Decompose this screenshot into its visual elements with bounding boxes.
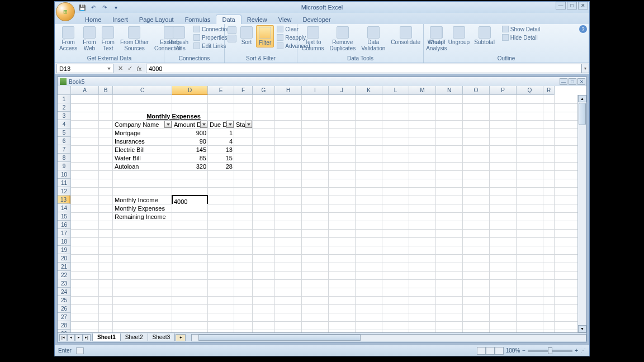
cell-company-9[interactable]: Autoloan xyxy=(113,162,172,170)
vscroll-thumb[interactable] xyxy=(579,103,586,125)
row-header-5[interactable]: 5 xyxy=(58,128,70,137)
summary-0[interactable]: Monthly Income xyxy=(113,196,172,204)
row-header-9[interactable]: 9 xyxy=(58,162,70,170)
col-header-M[interactable]: M xyxy=(409,86,436,95)
row-header-2[interactable]: 2 xyxy=(58,103,70,112)
row-header-4[interactable]: 4 xyxy=(58,120,70,128)
filter-button[interactable]: Filter xyxy=(256,25,274,47)
maximize-button[interactable]: □ xyxy=(567,2,577,9)
summary-1[interactable]: Monthly Expenses xyxy=(113,204,172,212)
wb-minimize-button[interactable]: — xyxy=(560,78,567,85)
show-detail-button[interactable]: Show Detail xyxy=(500,25,542,33)
col-header-I[interactable]: I xyxy=(302,86,329,95)
cell-amount-7[interactable]: 145 xyxy=(172,145,208,154)
undo-icon[interactable]: ↶ xyxy=(89,3,97,11)
sort-button[interactable]: Sort xyxy=(238,25,255,46)
tab-page-layout[interactable]: Page Layout xyxy=(134,15,179,24)
row-header-25[interactable]: 25 xyxy=(58,296,70,304)
hscroll-thumb[interactable] xyxy=(198,335,361,341)
tab-insert[interactable]: Insert xyxy=(107,15,134,24)
chevron-down-icon[interactable] xyxy=(107,68,111,70)
col-header-L[interactable]: L xyxy=(382,86,409,95)
row-header-20[interactable]: 20 xyxy=(58,254,70,263)
active-cell[interactable] xyxy=(172,195,208,204)
cell-company-5[interactable]: Mortgage xyxy=(113,128,172,137)
filter-dropdown-E[interactable] xyxy=(226,121,234,128)
row-header-1[interactable]: 1 xyxy=(58,95,70,103)
row-header-13[interactable]: 13 xyxy=(58,196,70,204)
cell-due-6[interactable]: 4 xyxy=(208,137,234,145)
zoom-out-button[interactable]: − xyxy=(522,347,525,354)
col-header-E[interactable]: E xyxy=(208,86,234,95)
office-button[interactable]: ⊞ xyxy=(56,2,75,21)
col-header-P[interactable]: P xyxy=(490,86,517,95)
tab-home[interactable]: Home xyxy=(79,15,107,24)
cell-due-7[interactable]: 13 xyxy=(208,145,234,154)
redo-icon[interactable]: ↷ xyxy=(101,3,108,11)
summary-2[interactable]: Remaining Income xyxy=(113,212,172,221)
wb-close-button[interactable]: ✕ xyxy=(577,78,585,85)
sheet-nav-first[interactable]: |◂ xyxy=(59,334,67,341)
page-break-view-button[interactable] xyxy=(495,347,504,355)
col-header-A[interactable]: A xyxy=(71,86,99,95)
enter-icon[interactable]: ✓ xyxy=(125,64,134,73)
page-layout-view-button[interactable] xyxy=(486,347,495,355)
row-header-17[interactable]: 17 xyxy=(58,229,70,237)
tab-formulas[interactable]: Formulas xyxy=(179,15,216,24)
save-icon[interactable]: 💾 xyxy=(78,3,86,11)
tab-view[interactable]: View xyxy=(273,15,297,24)
remove-button[interactable]: Remove Duplicates xyxy=(327,25,358,53)
row-header-26[interactable]: 26 xyxy=(58,304,70,313)
col-header-J[interactable]: J xyxy=(329,86,356,95)
col-header-C[interactable]: C xyxy=(113,86,172,95)
help-icon[interactable]: ? xyxy=(579,25,587,33)
subtotal-button[interactable]: Subtotal xyxy=(472,25,497,46)
from-button[interactable]: From Web xyxy=(80,25,98,53)
sheet-tab-sheet3[interactable]: Sheet3 xyxy=(148,334,176,341)
sortaz-button[interactable] xyxy=(227,25,237,44)
group-button[interactable]: Group xyxy=(426,25,446,46)
col-header-O[interactable]: O xyxy=(463,86,490,95)
sheet-tab-sheet1[interactable]: Sheet1 xyxy=(92,334,121,341)
col-header-H[interactable]: H xyxy=(275,86,302,95)
close-button[interactable]: ✕ xyxy=(578,2,588,9)
row-header-27[interactable]: 27 xyxy=(58,313,70,321)
filter-dropdown-F[interactable] xyxy=(245,121,252,128)
normal-view-button[interactable] xyxy=(477,347,486,355)
row-header-10[interactable]: 10 xyxy=(58,170,70,179)
cell-due-5[interactable]: 1 xyxy=(208,128,234,137)
row-header-7[interactable]: 7 xyxy=(58,145,70,154)
tab-developer[interactable]: Developer xyxy=(297,15,336,24)
row-header-15[interactable]: 15 xyxy=(58,212,70,221)
wb-maximize-button[interactable]: □ xyxy=(569,78,576,85)
sheet-tab-sheet2[interactable]: Sheet2 xyxy=(120,334,148,341)
minimize-button[interactable]: — xyxy=(556,2,566,9)
row-header-29[interactable]: 29 xyxy=(58,330,70,332)
title-cell[interactable]: Monthly Expenses xyxy=(113,112,234,120)
cell-amount-8[interactable]: 85 xyxy=(172,154,208,162)
fx-icon[interactable]: fx xyxy=(135,64,144,73)
new-sheet-button[interactable]: ✦ xyxy=(176,334,186,341)
ungroup-button[interactable]: Ungroup xyxy=(446,25,472,46)
scroll-down-button[interactable]: ▼ xyxy=(578,325,586,332)
row-header-23[interactable]: 23 xyxy=(58,279,70,288)
row-header-24[interactable]: 24 xyxy=(58,288,70,296)
from-other-button[interactable]: From Other Sources xyxy=(118,25,151,53)
from-button[interactable]: From Text xyxy=(100,25,117,53)
expand-formula-icon[interactable]: ▾ xyxy=(581,64,589,73)
row-header-3[interactable]: 3 xyxy=(58,112,70,120)
hdr-company[interactable]: Company Name xyxy=(113,120,172,128)
sheet-nav-last[interactable]: ▸| xyxy=(83,334,91,341)
zoom-in-button[interactable]: + xyxy=(575,347,578,354)
hscroll[interactable] xyxy=(191,334,586,341)
cell-amount-6[interactable]: 90 xyxy=(172,137,208,145)
row-header-28[interactable]: 28 xyxy=(58,321,70,330)
row-header-12[interactable]: 12 xyxy=(58,187,70,196)
cell-company-6[interactable]: Insurances xyxy=(113,137,172,145)
tab-data[interactable]: Data xyxy=(216,15,241,24)
formula-input[interactable]: 4000 xyxy=(146,64,581,73)
text-to-button[interactable]: Text to Columns xyxy=(300,25,326,53)
cell-editor[interactable] xyxy=(173,198,207,205)
col-header-G[interactable]: G xyxy=(253,86,275,95)
resize-grip-icon[interactable]: ⋰ xyxy=(580,347,586,354)
